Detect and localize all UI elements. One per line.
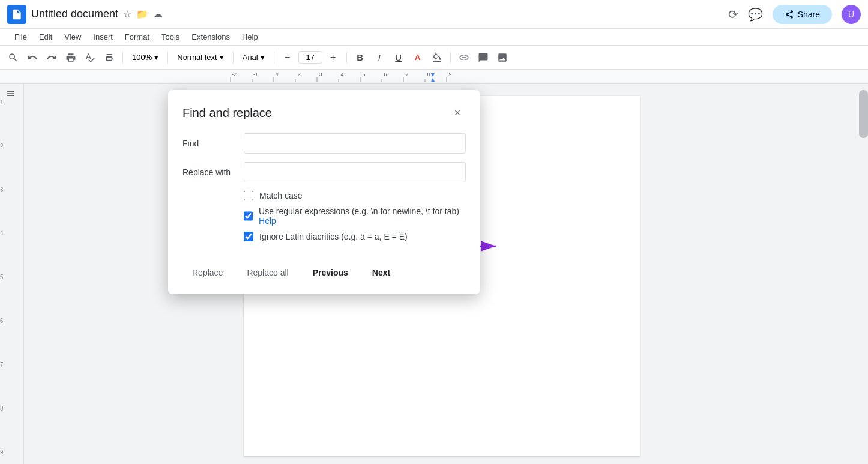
modal-footer: Replace Replace all Previous Next <box>182 253 466 282</box>
text-color-btn[interactable]: A <box>409 49 426 66</box>
next-button[interactable]: Next <box>363 263 400 282</box>
history-icon[interactable]: ⟳ <box>728 7 738 22</box>
menu-extensions[interactable]: Extensions <box>187 31 235 43</box>
font-size-increase-btn[interactable]: + <box>325 49 342 66</box>
line-number-7: 7 <box>0 361 23 376</box>
highlight-btn[interactable] <box>429 49 445 66</box>
divider-3 <box>233 52 234 64</box>
menu-file[interactable]: File <box>10 31 32 43</box>
regex-checkbox[interactable] <box>244 211 253 221</box>
line-number-6: 6 <box>0 318 23 333</box>
replace-input[interactable] <box>244 162 466 182</box>
paint-format-btn[interactable] <box>101 49 118 66</box>
avatar[interactable]: U <box>842 5 861 24</box>
svg-text:-2: -2 <box>232 71 237 77</box>
font-value: Arial <box>243 53 258 62</box>
match-case-row: Match case <box>244 191 466 200</box>
svg-text:9: 9 <box>448 71 451 77</box>
undo-btn[interactable] <box>24 49 41 66</box>
comment-btn[interactable] <box>475 49 492 66</box>
menu-format[interactable]: Format <box>120 31 154 43</box>
divider-5 <box>346 52 347 64</box>
menu-view[interactable]: View <box>59 31 86 43</box>
spellcheck-btn[interactable] <box>82 49 98 66</box>
match-case-checkbox[interactable] <box>244 191 253 200</box>
top-bar: Untitled document ☆ 📁 ☁ ⟳ 💬 Share U <box>0 0 868 29</box>
find-replace-modal: Find and replace × Find Replace with Mat… <box>168 90 480 294</box>
star-icon[interactable]: ☆ <box>123 8 131 20</box>
svg-text:4: 4 <box>340 71 343 77</box>
regex-row: Use regular expressions (e.g. \n for new… <box>244 206 466 226</box>
line-number-3: 3 <box>0 187 23 202</box>
share-label: Share <box>798 10 820 19</box>
underline-btn[interactable]: U <box>390 49 407 66</box>
divider-6 <box>450 52 451 64</box>
doc-title-area: Untitled document ☆ 📁 ☁ <box>31 8 723 20</box>
app-icon <box>7 5 26 24</box>
replace-all-button[interactable]: Replace all <box>237 263 298 282</box>
menu-help[interactable]: Help <box>237 31 263 43</box>
svg-text:2: 2 <box>297 71 300 77</box>
regex-label: Use regular expressions (e.g. \n for new… <box>259 206 466 226</box>
divider-4 <box>274 52 274 64</box>
latin-label[interactable]: Ignore Latin diacritics (e.g. ä = a, E =… <box>259 232 408 241</box>
scrollbar-thumb[interactable] <box>859 90 868 138</box>
image-btn[interactable] <box>494 49 511 66</box>
menu-tools[interactable]: Tools <box>157 31 184 43</box>
font-size-decrease-btn[interactable]: − <box>279 49 296 66</box>
line-number-2: 2 <box>0 143 23 158</box>
redo-btn[interactable] <box>43 49 60 66</box>
find-input[interactable] <box>244 133 466 154</box>
modal-close-button[interactable]: × <box>449 104 466 121</box>
main-area: 1 2 3 4 5 6 7 8 9 Check the"Use regulare… <box>0 84 868 464</box>
line-number-9: 9 <box>0 449 23 464</box>
cloud-icon[interactable]: ☁ <box>153 8 163 20</box>
match-case-label[interactable]: Match case <box>259 191 303 200</box>
svg-text:7: 7 <box>405 71 408 77</box>
divider-1 <box>122 52 123 64</box>
replace-button[interactable]: Replace <box>182 263 232 282</box>
right-gutter <box>859 84 868 464</box>
svg-text:1: 1 <box>276 71 279 77</box>
folder-icon[interactable]: 📁 <box>136 8 148 20</box>
regex-help-link[interactable]: Help <box>259 216 276 226</box>
toolbar: 100% ▾ Normal text ▾ Arial ▾ − 17 + B I … <box>0 46 868 70</box>
menu-edit[interactable]: Edit <box>34 31 57 43</box>
doc-title[interactable]: Untitled document <box>31 8 118 20</box>
modal-title: Find and replace <box>182 106 272 120</box>
svg-marker-11 <box>431 73 435 77</box>
italic-btn[interactable]: I <box>371 49 388 66</box>
latin-checkbox[interactable] <box>244 232 253 241</box>
left-gutter: 1 2 3 4 5 6 7 8 9 <box>0 84 24 464</box>
menu-bar: File Edit View Insert Format Tools Exten… <box>0 29 868 46</box>
svg-text:3: 3 <box>319 71 322 77</box>
bold-btn[interactable]: B <box>352 49 369 66</box>
line-number-4: 4 <box>0 230 23 245</box>
find-label: Find <box>182 139 237 148</box>
line-number-8: 8 <box>0 405 23 420</box>
font-size-input[interactable]: 17 <box>298 51 322 64</box>
replace-label: Replace with <box>182 167 237 177</box>
print-btn[interactable] <box>62 49 79 66</box>
style-select[interactable]: Normal text ▾ <box>173 51 228 64</box>
ruler: -2 -1 1 2 3 4 5 6 7 8 9 <box>0 70 868 84</box>
top-right-actions: ⟳ 💬 Share U <box>728 5 861 24</box>
svg-text:8: 8 <box>427 71 430 77</box>
font-select[interactable]: Arial ▾ <box>238 51 269 64</box>
divider-2 <box>167 52 168 64</box>
search-toolbar-btn[interactable] <box>5 49 22 66</box>
zoom-chevron: ▾ <box>154 53 158 62</box>
style-chevron: ▾ <box>220 53 224 62</box>
menu-insert[interactable]: Insert <box>88 31 118 43</box>
latin-row: Ignore Latin diacritics (e.g. ä = a, E =… <box>244 232 466 241</box>
style-value: Normal text <box>177 53 217 62</box>
share-button[interactable]: Share <box>773 5 832 24</box>
link-btn[interactable] <box>456 49 472 66</box>
line-number <box>0 89 23 99</box>
font-chevron: ▾ <box>261 53 265 62</box>
previous-button[interactable]: Previous <box>303 263 358 282</box>
comments-icon[interactable]: 💬 <box>748 7 763 22</box>
zoom-select[interactable]: 100% ▾ <box>128 51 163 64</box>
svg-text:-1: -1 <box>253 71 258 77</box>
replace-row: Replace with <box>182 162 466 182</box>
